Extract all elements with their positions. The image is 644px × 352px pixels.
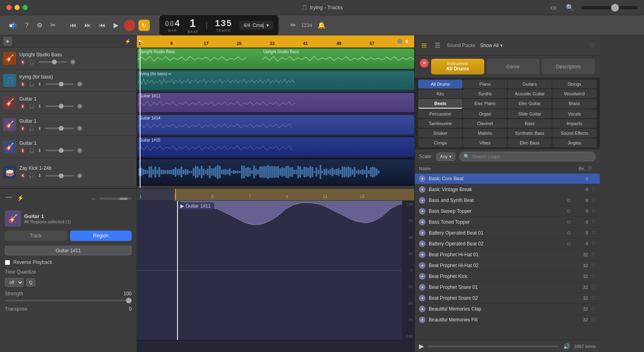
volume-slider[interactable] xyxy=(45,128,74,129)
reverse-playback-checkbox[interactable] xyxy=(5,260,10,265)
metronome-button[interactable]: 🔔 xyxy=(315,20,328,31)
loop-item[interactable]: ✦ Beat Prophet Snare 02 32 ♡ xyxy=(415,293,600,304)
category-percussion[interactable]: Percussion xyxy=(418,109,462,118)
loop-item[interactable]: ✦ Basic Core Beat 8 ♡ xyxy=(415,173,600,184)
download-button[interactable]: ⬇ xyxy=(37,81,42,87)
category-synthetic-bass[interactable]: Synthetic Bass xyxy=(508,129,552,138)
loop-item[interactable]: ✦ Basic Vintage Break 8 ♡ xyxy=(415,184,600,195)
editor-midi-icon[interactable]: ⚡ xyxy=(16,194,25,202)
smart-controls-btn[interactable]: ⚡ xyxy=(122,37,133,46)
download-button[interactable]: ⬇ xyxy=(37,148,42,154)
loop-fav-icon[interactable]: ♡ xyxy=(591,252,596,257)
scissors-button[interactable]: ✂ xyxy=(48,20,58,31)
track-clip[interactable]: // Generate drum pattern visual bars inl… xyxy=(138,159,414,185)
loop-item[interactable]: ✦ Battery Operated Beat 02 ⊙ 8 ♡ xyxy=(415,239,600,249)
timeline-ruler[interactable]: 1 9 17 25 33 41 49 57 6 xyxy=(137,35,414,47)
play-button[interactable]: ▶ xyxy=(111,20,121,31)
fast-forward-button[interactable]: ⏭ xyxy=(82,20,93,31)
cycle-button[interactable]: ↻ xyxy=(138,20,150,31)
loop-fav-icon[interactable]: ♡ xyxy=(591,295,596,301)
category-impacts[interactable]: Impacts xyxy=(552,119,597,128)
grid-view-button[interactable]: ⊞ xyxy=(420,40,428,51)
download-icon[interactable]: ⊙ xyxy=(565,219,573,225)
category-guitars[interactable]: Guitars xyxy=(508,80,552,89)
pan-knob[interactable] xyxy=(77,103,83,109)
volume-slider[interactable] xyxy=(45,83,74,85)
download-icon[interactable]: ⊙ xyxy=(565,198,573,203)
pan-knob[interactable] xyxy=(77,81,83,87)
maximize-button[interactable] xyxy=(23,5,28,10)
genre-tab[interactable]: Genre xyxy=(487,59,540,74)
loop-item[interactable]: ✦ Beautiful Memories Clap 32 ♡ xyxy=(415,304,600,315)
track-clip[interactable]: Guitar 1#14 xyxy=(138,115,414,134)
mute-button[interactable]: 🔇 xyxy=(19,126,27,132)
strength-slider[interactable] xyxy=(5,300,132,301)
loop-item[interactable]: ✦ Beat Prophet Snare 01 32 ♡ xyxy=(415,282,600,293)
favorites-button[interactable]: ♡ xyxy=(589,41,595,49)
loop-fav-icon[interactable]: ♡ xyxy=(591,241,596,247)
category-all-drums[interactable]: All Drums xyxy=(418,80,462,89)
record-button[interactable] xyxy=(124,20,135,31)
track-item[interactable]: 🎸 Guitar 1 🔇 🎧 ⬇ xyxy=(0,136,136,158)
loop-item[interactable]: ✦ Battery Operated Beat 01 ⊙ 8 ♡ xyxy=(415,228,600,239)
loop-item[interactable]: ✦ Beautiful Memories Fill 32 ♡ xyxy=(415,315,600,325)
list-view-button[interactable]: ☰ xyxy=(433,40,442,51)
headphone-button[interactable]: 🎧 xyxy=(28,81,35,87)
headphone-button[interactable]: 🎧 xyxy=(28,173,35,179)
loop-fav-icon[interactable]: ♡ xyxy=(591,219,596,225)
search-box[interactable]: 🔍 Search Loops xyxy=(459,152,596,161)
download-button[interactable]: ⬇ xyxy=(37,173,42,179)
track-clip[interactable]: Upright Studio Bass xyxy=(262,49,414,69)
mute-button[interactable]: 🔇 xyxy=(19,148,27,154)
headphone-button[interactable]: 🎧 xyxy=(28,126,35,132)
time-quantize-select[interactable]: off xyxy=(5,278,24,287)
loop-item[interactable]: ✦ Beat Prophet Kick 32 ♡ xyxy=(415,271,600,282)
master-volume-slider[interactable] xyxy=(581,6,638,9)
preview-volume-slider[interactable] xyxy=(428,346,559,347)
track-clip[interactable]: trying (for bass) ∞ xyxy=(138,71,414,90)
mute-button[interactable]: 🔇 xyxy=(19,81,27,87)
category-synths[interactable]: Synths xyxy=(463,89,507,98)
q-button[interactable]: Q xyxy=(26,278,35,286)
category-acoustic-guitar[interactable]: Acoustic Guitar xyxy=(508,89,552,98)
track-item[interactable]: 🎸 Guitar 1 🔇 🎧 ⬇ xyxy=(0,92,136,114)
loop-fav-icon[interactable]: ♡ xyxy=(591,306,596,312)
instrument-tab-all-drums[interactable]: Instrument All Drums xyxy=(431,59,484,74)
pan-knob[interactable] xyxy=(77,173,83,179)
scale-select[interactable]: Any ▾ xyxy=(436,152,455,161)
editor-scroll[interactable] xyxy=(99,198,132,200)
descriptors-tab[interactable]: Descriptors xyxy=(542,59,595,74)
category-shaker[interactable]: Shaker xyxy=(418,129,462,138)
settings-button[interactable]: ⚙ xyxy=(34,20,45,31)
pencil-tool[interactable]: ✏ xyxy=(288,20,298,31)
headphone-button[interactable]: 🎧 xyxy=(28,148,35,154)
track-clip[interactable]: Guitar 1#11 xyxy=(138,93,414,112)
headphone-button[interactable]: 🎧 xyxy=(28,103,35,109)
loop-item[interactable]: ✦ Bass Sweep Topper ⊙ 8 ♡ xyxy=(415,206,600,217)
track-item[interactable]: 🎸 Upright Studio Bass 🔇 🎧 xyxy=(0,47,136,70)
category-elec-piano[interactable]: Elec Piano xyxy=(463,99,507,109)
download-icon[interactable]: ⊙ xyxy=(565,230,573,236)
download-button[interactable]: ⬇ xyxy=(37,103,42,109)
track-item[interactable]: 🥁 Zay Kick 1-24b 🔇 🎧 ⬇ xyxy=(0,158,136,186)
loop-fav-icon[interactable]: ♡ xyxy=(591,263,596,268)
loop-fav-icon[interactable]: ♡ xyxy=(591,284,596,290)
category-beats[interactable]: Beats xyxy=(418,99,462,109)
show-all-button[interactable]: Show All ▾ xyxy=(480,43,503,48)
download-icon[interactable]: ⊙ xyxy=(565,208,573,214)
download-icon[interactable]: ⊙ xyxy=(565,241,573,247)
region-tab[interactable]: Region xyxy=(70,231,132,241)
category-strings[interactable]: Strings xyxy=(552,80,597,89)
track-item[interactable]: 🎸 Guitar 1 🔇 🎧 ⬇ xyxy=(0,114,136,136)
add-track-button[interactable]: + xyxy=(3,37,12,46)
download-button[interactable]: ⬇ xyxy=(37,126,42,132)
category-elec-guitar[interactable]: Elec Guitar xyxy=(508,99,552,109)
preview-play-button[interactable]: ▶ xyxy=(419,342,424,350)
nav-arrow-left[interactable]: ↔ xyxy=(91,196,96,202)
category-piano[interactable]: Piano xyxy=(463,80,507,89)
category-organ[interactable]: Organ xyxy=(463,109,507,118)
pan-knob[interactable] xyxy=(77,126,83,131)
pan-knob[interactable] xyxy=(77,148,83,153)
loop-list[interactable]: ✦ Basic Core Beat 8 ♡ ✦ Basic Vintage Br… xyxy=(415,173,600,340)
track-clip[interactable]: Guitar 1#15 xyxy=(138,137,414,156)
